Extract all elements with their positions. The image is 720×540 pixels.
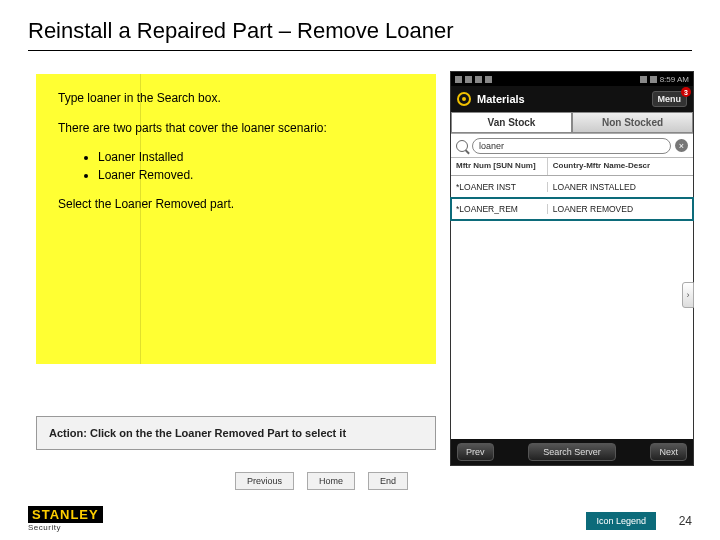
action-callout: Action: Click on the the Loaner Removed … xyxy=(36,416,436,450)
icon-legend-button[interactable]: Icon Legend xyxy=(586,512,656,530)
bars-icon xyxy=(640,76,647,83)
table-row[interactable]: *LOANER INST LOANER INSTALLED xyxy=(451,176,693,198)
col-mftr: Mftr Num [SUN Num] xyxy=(451,158,548,175)
search-row: × xyxy=(451,134,693,158)
target-icon xyxy=(457,92,471,106)
note-bullet-1: Loaner Installed xyxy=(98,150,414,164)
appbar-title: Materials xyxy=(477,93,525,105)
note-bullets: Loaner Installed Loaner Removed. xyxy=(98,150,414,182)
brand-name: STANLEY xyxy=(28,506,103,523)
slide-nav: Previous Home End xyxy=(235,472,408,490)
cell-desc: LOANER INSTALLED xyxy=(548,182,693,192)
search-server-button[interactable]: Search Server xyxy=(528,443,616,461)
nav-end[interactable]: End xyxy=(368,472,408,490)
column-headers: Mftr Num [SUN Num] Country-Mftr Name-Des… xyxy=(451,158,693,176)
search-icon xyxy=(456,140,468,152)
tab-van-stock[interactable]: Van Stock xyxy=(451,112,572,133)
note-line-1: Type loaner in the Search box. xyxy=(58,90,414,106)
next-button[interactable]: Next xyxy=(650,443,687,461)
cell-mftr: *LOANER INST xyxy=(451,182,548,192)
prev-button[interactable]: Prev xyxy=(457,443,494,461)
content-area: Type loaner in the Search box. There are… xyxy=(18,74,698,462)
note-bullet-2: Loaner Removed. xyxy=(98,168,414,182)
sync-icon xyxy=(475,76,482,83)
brand: STANLEY Security xyxy=(28,505,103,532)
menu-button[interactable]: Menu 3 xyxy=(652,91,688,107)
nav-previous[interactable]: Previous xyxy=(235,472,294,490)
cell-mftr: *LOANER_REM xyxy=(451,204,548,214)
sync2-icon xyxy=(485,76,492,83)
clear-search-icon[interactable]: × xyxy=(675,139,688,152)
phone-mock: 8:59 AM Materials Menu 3 Van Stock Non S… xyxy=(450,71,694,466)
tab-non-stocked[interactable]: Non Stocked xyxy=(572,112,693,133)
note-line-3: Select the Loaner Removed part. xyxy=(58,196,414,212)
page-title: Reinstall a Repaired Part – Remove Loane… xyxy=(0,0,720,50)
side-tab-expand[interactable] xyxy=(682,282,694,308)
statusbar-right: 8:59 AM xyxy=(640,75,689,84)
phone-tabs: Van Stock Non Stocked xyxy=(451,112,693,134)
table-row[interactable]: *LOANER_REM LOANER REMOVED xyxy=(451,198,693,220)
note-divider xyxy=(140,74,141,364)
note-line-2: There are two parts that cover the loane… xyxy=(58,120,414,136)
signal-icon xyxy=(455,76,462,83)
page-number: 24 xyxy=(679,514,692,528)
nav-home[interactable]: Home xyxy=(307,472,355,490)
statusbar-left-icons xyxy=(455,76,492,83)
phone-statusbar: 8:59 AM xyxy=(451,72,693,86)
phone-appbar: Materials Menu 3 xyxy=(451,86,693,112)
menu-label: Menu xyxy=(658,94,682,104)
statusbar-time: 8:59 AM xyxy=(660,75,689,84)
cell-desc: LOANER REMOVED xyxy=(548,204,693,214)
battery-icon xyxy=(650,76,657,83)
instruction-note: Type loaner in the Search box. There are… xyxy=(36,74,436,364)
phone-bottombar: Prev Search Server Next xyxy=(451,439,693,465)
search-input[interactable] xyxy=(472,138,671,154)
results-area: *LOANER INST LOANER INSTALLED *LOANER_RE… xyxy=(451,176,693,396)
brand-sub: Security xyxy=(28,523,103,532)
title-rule xyxy=(28,50,692,51)
menu-badge: 3 xyxy=(681,87,691,97)
footer: STANLEY Security Icon Legend 24 xyxy=(0,504,720,540)
col-desc: Country-Mftr Name-Descr xyxy=(548,158,693,175)
wifi-icon xyxy=(465,76,472,83)
